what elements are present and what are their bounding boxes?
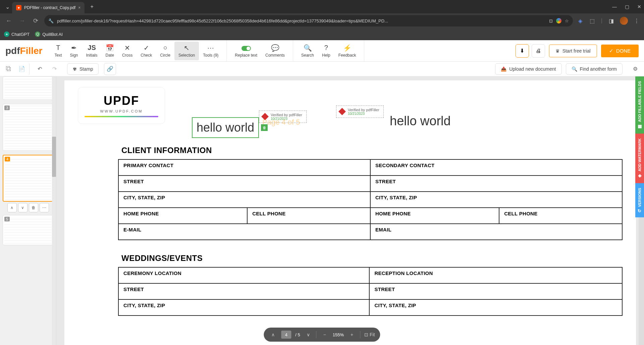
cell-label: STREET [123, 286, 144, 292]
text-icon: T [56, 44, 60, 52]
document-options-button[interactable]: 📄 [17, 63, 30, 75]
close-window-icon[interactable]: ✕ [637, 4, 641, 9]
tools-menu-button[interactable]: ⋯Tools (9) [199, 42, 222, 60]
zoom-in-button[interactable]: + [348, 332, 356, 337]
text-annotation[interactable]: hello world [390, 114, 451, 128]
page-total: / 5 [295, 332, 300, 337]
help-button[interactable]: ?Help [318, 42, 334, 60]
prev-page-button[interactable]: ∧ [269, 332, 277, 337]
address-bar[interactable]: 🔧 pdffiller.com/jsfiller-desk16/?request… [44, 15, 573, 26]
forward-button[interactable]: → [17, 16, 27, 25]
circle-tool-button[interactable]: ○Circle [156, 42, 174, 60]
find-form-button[interactable]: 🔍Find another form [566, 63, 623, 75]
cell-label: CELL PHONE [252, 211, 285, 216]
extensions-icon[interactable]: ⬚ [589, 17, 596, 24]
client-info-table: PRIMARY CONTACTSECONDARY CONTACT STREETS… [118, 159, 623, 240]
site-info-icon[interactable]: 🔧 [48, 18, 54, 23]
tabs-dropdown-icon[interactable]: ⌄ [3, 2, 12, 11]
page-thumbnail-active[interactable]: 4 [3, 155, 53, 202]
feedback-button[interactable]: ⚡Feedback [334, 42, 360, 60]
reload-button[interactable]: ⟳ [31, 16, 40, 25]
check-icon: ✓ [609, 48, 613, 54]
print-button[interactable]: 🖨 [532, 44, 545, 58]
updf-url-text: WWW.UPDF.COM [100, 109, 143, 113]
tool-label: Check [141, 53, 152, 58]
close-tab-icon[interactable]: × [78, 5, 80, 10]
cell-label: RECEPTION LOCATION [374, 270, 433, 276]
page-thumbnail[interactable] [3, 76, 53, 100]
stamp-date: 10/21/2023 [348, 112, 379, 116]
delete-page-button[interactable]: 🗑 [29, 203, 38, 212]
link-button[interactable]: 🔗 [104, 63, 116, 75]
browser-menu-icon[interactable]: ⋮ [633, 17, 640, 24]
bookmarks-bar: ✦ ChatGPT Q QuillBot AI [0, 28, 644, 40]
date-tool-button[interactable]: 📅Date [102, 42, 118, 60]
pdf-page[interactable]: UPDF WWW.UPDF.COM Verified by pdfFiller … [64, 80, 636, 345]
minimize-icon[interactable]: ― [612, 4, 617, 9]
move-up-button[interactable]: ∧ [7, 203, 17, 212]
upload-document-button[interactable]: 📤Upload new document [495, 63, 561, 75]
maximize-icon[interactable]: ▢ [625, 4, 629, 9]
help-icon: ? [324, 44, 328, 52]
stamp-button[interactable]: ✾Stamp [67, 63, 99, 75]
verified-stamp[interactable]: Verified by pdfFiller 10/21/2023 [336, 106, 384, 118]
search-icon: 🔍 [572, 66, 577, 72]
fit-button[interactable]: ⊡Fit [364, 332, 375, 337]
new-tab-button[interactable]: + [87, 2, 97, 11]
settings-button[interactable]: ⚙ [629, 63, 641, 75]
add-fillable-fields-tab[interactable]: ▦ADD FILLABLE FIELDS [635, 76, 644, 134]
zoom-level: 155% [333, 332, 344, 337]
page-number-input[interactable] [281, 331, 291, 339]
sign-tool-button[interactable]: ✒Sign [66, 42, 82, 60]
delete-annotation-button[interactable]: 🗑 [261, 124, 268, 131]
install-app-icon[interactable]: ⊡ [549, 18, 553, 23]
undo-icon: ↶ [38, 66, 42, 72]
done-button[interactable]: ✓DONE [601, 45, 639, 57]
page-thumbnail[interactable]: 5 [3, 215, 53, 245]
text-tool-button[interactable]: TText [50, 42, 66, 60]
browser-tab[interactable]: ▼ PDFfiller - contract_Copy.pdf × [12, 2, 85, 13]
comments-button[interactable]: 💬Comments [261, 42, 289, 60]
pdffiller-logo[interactable]: pdfFiller [5, 46, 42, 56]
thumbnail-scrollbar[interactable] [52, 76, 56, 345]
redo-button[interactable]: ↷ [48, 63, 60, 75]
page-thumbnail[interactable]: 3 [3, 104, 53, 151]
sidepanel-icon[interactable]: ◨ [608, 17, 614, 24]
shield-extension-icon[interactable]: ◈ [577, 17, 584, 24]
undo-button[interactable]: ↶ [34, 63, 46, 75]
annotation-text: hello world [197, 121, 254, 134]
canvas-area[interactable]: UPDF WWW.UPDF.COM Verified by pdfFiller … [56, 76, 644, 345]
versions-tab[interactable]: ↻VERSIONS [635, 183, 644, 217]
tab-label: ADD FILLABLE FIELDS [638, 81, 642, 122]
cell-label: STREET [374, 286, 395, 292]
zoom-out-button[interactable]: − [321, 332, 329, 337]
link-icon: 🔗 [107, 66, 113, 72]
selection-tool-button[interactable]: ↖Selection [174, 42, 199, 60]
cell-label: HOME PHONE [375, 211, 411, 216]
more-actions-button[interactable]: ⋯ [40, 203, 49, 212]
replace-text-button[interactable]: Replace text [231, 42, 261, 60]
history-icon: ↻ [638, 208, 642, 213]
profile-avatar[interactable] [620, 17, 628, 25]
thumb-number: 3 [4, 106, 10, 110]
bookmark-star-icon[interactable]: ☆ [565, 18, 569, 23]
bookmark-quillbot[interactable]: Q QuillBot AI [35, 31, 63, 37]
tab-title: PDFfiller - contract_Copy.pdf [24, 5, 75, 10]
start-trial-button[interactable]: ♛Start free trial [549, 45, 597, 57]
cross-tool-button[interactable]: ✕Cross [118, 42, 137, 60]
back-button[interactable]: ← [4, 16, 13, 25]
pages-panel-button[interactable]: ⿻ [3, 63, 15, 75]
google-icon[interactable] [556, 18, 561, 23]
bookmark-chatgpt[interactable]: ✦ ChatGPT [4, 31, 30, 37]
next-page-button[interactable]: ∨ [304, 332, 312, 337]
initials-tool-button[interactable]: JSInitials [82, 42, 102, 60]
extension-icons: ◈ ⬚ | ◨ ⋮ [577, 17, 640, 25]
add-watermark-tab[interactable]: ◈ADD WATERMARK [635, 134, 644, 183]
search-button[interactable]: 🔍Search [297, 42, 318, 60]
text-annotation-selected[interactable]: hello world 🗑 [192, 117, 259, 138]
check-tool-button[interactable]: ✓Check [137, 42, 156, 60]
move-down-button[interactable]: ∨ [18, 203, 28, 212]
gear-icon: ⚙ [633, 66, 638, 72]
cell-label: CITY, STATE, ZIP [123, 302, 165, 308]
download-button[interactable]: ⬇ [516, 44, 529, 58]
